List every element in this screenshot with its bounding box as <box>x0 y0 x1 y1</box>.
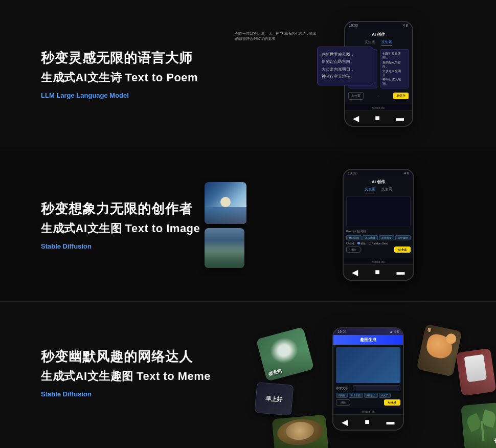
poem-nav-recent[interactable]: ▬ <box>396 114 404 123</box>
image-phone-container: 19:02 4 8 AI 创作 文生画 文生词 Prompt 提词机 梦幻花园 … <box>256 169 496 281</box>
meme-phone: 19:04 ▲ 4 8 趣图生成 添加文字： #狗狗 #卡卡西 #柯基犬 #火了 <box>332 327 404 431</box>
meme-card-morning: 早上好 <box>255 382 294 416</box>
image-tab-draw[interactable]: 文生画 <box>365 187 375 193</box>
poem-phone-title: AI 创作 <box>348 32 409 37</box>
image-nav-home[interactable]: ■ <box>375 267 380 277</box>
poem-signal: 4 8 <box>403 24 408 27</box>
poem-hint-text: 创作一首以"创、新、大、神"为藏头的七言诗，输出的诗需符合4句7字的要求 <box>235 31 317 42</box>
image-tag-3[interactable]: 星球能量 <box>379 235 394 240</box>
poem-actions: 上一页 ○ 单保存 <box>348 91 409 101</box>
image-phone-screen: AI 创作 文生画 文生词 Prompt 提词机 梦幻花园 冰冻山脉 星球能量 … <box>344 176 413 258</box>
poem-title-zh: 秒变灵感无限的语言大师 <box>41 49 256 67</box>
meme-card-drink <box>456 348 496 396</box>
meme-card-morning-label: 早上好 <box>265 394 283 404</box>
meme-tag-4[interactable]: #火了 <box>379 393 391 398</box>
poem-tech-label: LLM Large Language Model <box>41 92 256 99</box>
poem-phone-nav: ◀ ■ ▬ <box>345 110 412 126</box>
meme-tag-1[interactable]: #狗狗 <box>336 393 348 398</box>
poem-nav-home[interactable]: ■ <box>375 114 380 123</box>
image-nav-recent[interactable]: ▬ <box>397 267 405 277</box>
image-tag-4[interactable]: 雪中城堡 <box>395 235 411 240</box>
cb-random <box>369 242 371 244</box>
meme-canvas <box>336 347 400 383</box>
radio-fine <box>357 242 360 244</box>
image-tags: 梦幻花园 冰冻山脉 星球能量 雪中城堡 <box>346 235 411 240</box>
section-image: 秒变想象力无限的创作者 生成式AI文生图 Text to Image Stabl… <box>0 148 496 302</box>
meme-input-row: 添加文字： <box>336 385 400 391</box>
poem-text-block: 秒变灵感无限的语言大师 生成式AI文生诗 Text to Poem LLM La… <box>41 49 256 99</box>
meme-card-nature: 卷 <box>416 324 462 376</box>
poem-output-box-2: 创新世界映蓝图， 新的起点昂首向。 大步走向光明日， 神马行空天地翔。 <box>380 49 409 88</box>
image-opt-3[interactable]: Random Seed <box>369 242 388 245</box>
poem-subtitle: 生成式AI文生诗 Text to Poem <box>41 70 256 85</box>
radio-standard <box>346 242 349 244</box>
meme-phone-screen: 添加文字： #狗狗 #卡卡西 #柯基犬 #火了 清除 AI 生成 <box>333 345 403 408</box>
meme-tag-3[interactable]: #柯基犬 <box>364 393 378 398</box>
meme-title-zh: 秒变幽默风趣的网络达人 <box>41 348 256 366</box>
image-options: 标准 精致 Random Seed <box>346 242 411 245</box>
poem-phone-brand: MediaTek <box>345 104 412 110</box>
meme-nav-home[interactable]: ■ <box>365 417 370 427</box>
poem-nav-back[interactable]: ◀ <box>353 114 359 123</box>
meme-tag-2[interactable]: #卡卡西 <box>349 393 363 398</box>
image-canvas <box>346 196 411 227</box>
image-opt-1[interactable]: 标准 <box>346 242 354 245</box>
meme-phone-status: 19:04 ▲ 4 8 <box>333 328 403 335</box>
image-phone: 19:02 4 8 AI 创作 文生画 文生词 Prompt 提词机 梦幻花园 … <box>343 169 414 281</box>
section-poem: 秒变灵感无限的语言大师 生成式AI文生诗 Text to Poem LLM La… <box>0 0 496 148</box>
meme-tag-row: #狗狗 #卡卡西 #柯基犬 #火了 <box>336 393 400 398</box>
image-tag-2[interactable]: 冰冻山脉 <box>363 235 378 240</box>
meme-phone-brand: MediaTek <box>333 408 403 414</box>
image-thumb-mountains <box>205 228 244 268</box>
poem-phone-container: 创作一首以"创、新、大、神"为藏头的七言诗，输出的诗需符合4句7字的要求 创新世… <box>256 21 496 127</box>
poem-time: 19:00 <box>349 24 358 27</box>
section-meme: 秒变幽默风趣的网络达人 生成式AI文生趣图 Text to Meme Stabl… <box>0 302 496 448</box>
meme-text-input[interactable] <box>353 385 400 391</box>
poem-prev-btn[interactable]: 上一页 <box>348 92 364 100</box>
poem-output-preview: 创新世界映蓝图， 新的起点昂首向。 大步走向光明日， 神马行空天地翔。 <box>317 47 373 85</box>
image-phone-nav: ◀ ■ ▬ <box>344 264 413 280</box>
meme-canvas-bg <box>336 347 400 383</box>
image-phone-tabs: 文生画 文生词 <box>346 187 411 193</box>
image-opt-2[interactable]: 精致 <box>357 242 366 245</box>
meme-card-food <box>272 415 329 448</box>
meme-phone-header: 趣图生成 <box>333 335 403 345</box>
meme-card-plant: 长 <box>461 402 496 448</box>
image-phone-title: AI 创作 <box>346 179 411 185</box>
image-tag-1[interactable]: 梦幻花园 <box>346 235 362 240</box>
image-signal: 4 8 <box>404 171 409 175</box>
meme-gen-btn[interactable]: AI 生成 <box>384 399 400 406</box>
poem-save-btn[interactable]: 单保存 <box>393 93 409 99</box>
image-clear-btn[interactable]: 清除 <box>346 247 360 253</box>
meme-nav-recent[interactable]: ▬ <box>387 417 395 427</box>
meme-card-duck: 摸鱼鸭 <box>256 327 314 382</box>
meme-phone-container: 摸鱼鸭 早上好 19:04 ▲ 4 8 趣图生成 <box>256 327 496 448</box>
image-nav-back[interactable]: ◀ <box>352 267 358 277</box>
meme-time: 19:04 <box>337 330 347 333</box>
poem-tab-draw[interactable]: 文生画 <box>365 39 375 46</box>
image-tab-word[interactable]: 文生词 <box>381 187 392 193</box>
image-thumb-clouds <box>205 182 246 224</box>
image-left-thumbs <box>205 182 246 268</box>
image-prompt-label: Prompt 提词机 <box>346 229 411 234</box>
meme-tech-label: Stable Diffusion <box>41 390 256 398</box>
meme-card-plant-label: 长 <box>493 437 496 445</box>
image-action-row: 清除 AI 生成 <box>346 247 411 253</box>
meme-nav-back[interactable]: ◀ <box>342 417 348 427</box>
poem-phone-status: 19:00 4 8 <box>345 22 412 29</box>
image-phone-brand: MediaTek <box>344 258 413 264</box>
image-gen-btn[interactable]: AI 生成 <box>394 247 411 253</box>
meme-signal: ▲ 4 8 <box>389 330 399 333</box>
image-phone-status: 19:02 4 8 <box>344 170 413 176</box>
meme-text-block: 秒变幽默风趣的网络达人 生成式AI文生趣图 Text to Meme Stabl… <box>41 348 256 398</box>
poem-pagination: ○ <box>377 94 379 98</box>
poem-tab-word[interactable]: 文生词 <box>381 39 392 46</box>
meme-subtitle: 生成式AI文生趣图 Text to Meme <box>41 369 256 384</box>
meme-clear-btn[interactable]: 清除 <box>336 399 350 406</box>
meme-phone-nav: ◀ ■ ▬ <box>333 414 403 430</box>
poem-phone-tabs: 文生画 文生词 <box>348 39 409 46</box>
meme-input-label: 添加文字： <box>336 386 351 391</box>
image-time: 19:02 <box>348 171 357 175</box>
meme-action-row: 清除 AI 生成 <box>336 399 400 406</box>
